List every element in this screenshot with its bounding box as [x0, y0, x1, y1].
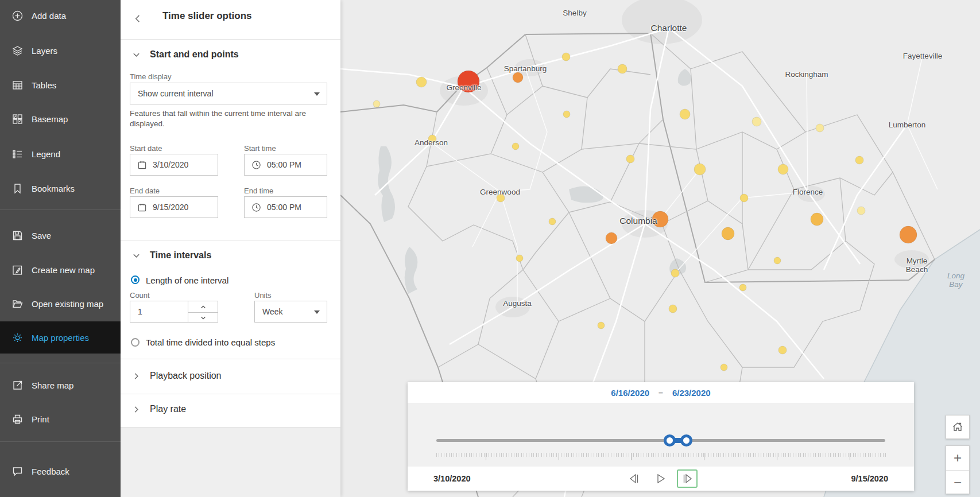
ruler-tick [750, 453, 751, 457]
feature-dot[interactable] [774, 257, 781, 264]
zoom-out-button[interactable]: − [946, 470, 969, 494]
stepper-down-button[interactable] [188, 312, 218, 323]
feature-dot[interactable] [652, 211, 668, 227]
feature-dot[interactable] [669, 305, 677, 313]
ruler-tick [861, 453, 861, 457]
section-start-and-end-points[interactable]: Start and end points [121, 48, 340, 65]
interval-end-date[interactable]: 6/23/2020 [672, 388, 711, 398]
feature-dot[interactable] [752, 117, 761, 126]
ruler-tick [815, 453, 816, 457]
feature-dot[interactable] [739, 284, 746, 291]
sidebar-item-map-properties[interactable]: Map properties [0, 321, 121, 354]
section-title: Start and end points [150, 49, 239, 60]
feature-dot[interactable] [694, 164, 706, 175]
feature-dot[interactable] [549, 218, 556, 225]
clock-icon [251, 203, 261, 212]
back-button[interactable] [130, 10, 146, 26]
ruler-tick [748, 453, 749, 457]
home-button[interactable] [946, 415, 970, 439]
sidebar-item-share-map[interactable]: Share map [0, 372, 121, 398]
sidebar-item-save[interactable]: Save [0, 223, 121, 248]
start-time-input[interactable]: 05:00 PM [244, 154, 327, 176]
feature-dot[interactable] [606, 232, 617, 244]
interval-start-date[interactable]: 6/16/2020 [611, 388, 649, 398]
feature-dot[interactable] [563, 111, 570, 118]
sidebar-item-label: Open existing map [32, 299, 103, 309]
zoom-in-button[interactable]: + [946, 446, 969, 470]
sidebar-item-bookmarks[interactable]: Bookmarks [0, 176, 121, 201]
step-forward-button[interactable] [677, 469, 698, 488]
feature-dot[interactable] [512, 143, 519, 150]
ruler-tick [474, 453, 474, 457]
sidebar-item-legend[interactable]: Legend [0, 141, 121, 166]
sidebar-item-feedback[interactable]: Feedback [0, 459, 121, 484]
units-select[interactable]: Week [254, 301, 327, 323]
ruler-tick [756, 453, 756, 457]
section-playback-position[interactable]: Playback position [121, 370, 340, 387]
sidebar-item-tables[interactable]: Tables [0, 72, 121, 98]
ruler-tick [638, 453, 639, 457]
ruler-tick [828, 453, 828, 457]
end-time-label: End time [244, 187, 273, 195]
feature-dot[interactable] [497, 194, 505, 202]
feature-dot[interactable] [816, 124, 824, 132]
feature-dot[interactable] [857, 207, 865, 215]
feature-dot[interactable] [416, 77, 427, 87]
basemap-icon [11, 113, 24, 125]
feature-dot[interactable] [778, 164, 788, 174]
slider-track[interactable] [436, 439, 885, 442]
feature-dot[interactable] [562, 53, 570, 61]
feature-dot[interactable] [671, 269, 679, 277]
total-time-divided-radio[interactable] [131, 338, 140, 347]
feature-dot[interactable] [516, 255, 523, 262]
sidebar-item-open-existing-map[interactable]: Open existing map [0, 291, 121, 316]
end-date-input[interactable]: 9/15/2020 [130, 196, 218, 218]
feature-dot[interactable] [428, 135, 436, 143]
bookmarks-icon [11, 183, 24, 195]
feature-dot[interactable] [598, 322, 605, 329]
stepper-up-button[interactable] [188, 301, 218, 312]
ruler-tick [609, 453, 609, 457]
feature-dot[interactable] [721, 364, 727, 371]
end-time-input[interactable]: 05:00 PM [244, 196, 327, 218]
ruler-tick [691, 453, 691, 457]
feature-dot[interactable] [513, 72, 523, 83]
feature-dot[interactable] [900, 226, 917, 243]
sidebar-item-label: Basemap [32, 114, 68, 124]
feature-dot[interactable] [626, 155, 634, 163]
chevron-down-icon [314, 310, 320, 314]
ruler-tick [576, 453, 576, 457]
time-display-select[interactable]: Show current interval [130, 83, 327, 104]
feature-dot[interactable] [373, 100, 380, 107]
ruler-tick [659, 453, 659, 457]
feature-dot[interactable] [855, 156, 863, 164]
length-of-one-interval-radio[interactable] [131, 275, 140, 284]
sidebar-item-add-data[interactable]: Add data [0, 3, 121, 28]
slider-handle-end[interactable] [680, 434, 692, 446]
slider-handle-start[interactable] [664, 434, 676, 446]
divider [121, 240, 340, 240]
ruler-tick [770, 453, 771, 457]
feature-dot[interactable] [722, 227, 734, 240]
play-button[interactable] [650, 469, 671, 488]
ruler-tick [883, 453, 884, 457]
feature-dot[interactable] [458, 71, 479, 92]
tables-icon [11, 79, 24, 91]
sidebar-item-label: Legend [32, 149, 60, 159]
map-canvas[interactable]: ShelbyCharlotteSpartanburgFayettevilleRo… [340, 0, 980, 497]
feature-dot[interactable] [811, 213, 823, 226]
sidebar-item-basemap[interactable]: Basemap [0, 106, 121, 131]
count-input[interactable]: 1 [130, 301, 188, 323]
feature-dot[interactable] [778, 346, 787, 354]
section-play-rate[interactable]: Play rate [121, 403, 340, 420]
sidebar-item-create-new-map[interactable]: Create new map [0, 257, 121, 282]
feature-dot[interactable] [680, 109, 690, 119]
sidebar-item-layers[interactable]: Layers [0, 38, 121, 63]
feature-dot[interactable] [740, 194, 748, 202]
section-time-intervals[interactable]: Time intervals [121, 249, 340, 266]
feature-dot[interactable] [618, 64, 627, 73]
start-date-input[interactable]: 3/10/2020 [130, 154, 218, 176]
sidebar-divider [0, 209, 121, 210]
step-back-button[interactable] [624, 469, 645, 488]
sidebar-item-print[interactable]: Print [0, 406, 121, 432]
